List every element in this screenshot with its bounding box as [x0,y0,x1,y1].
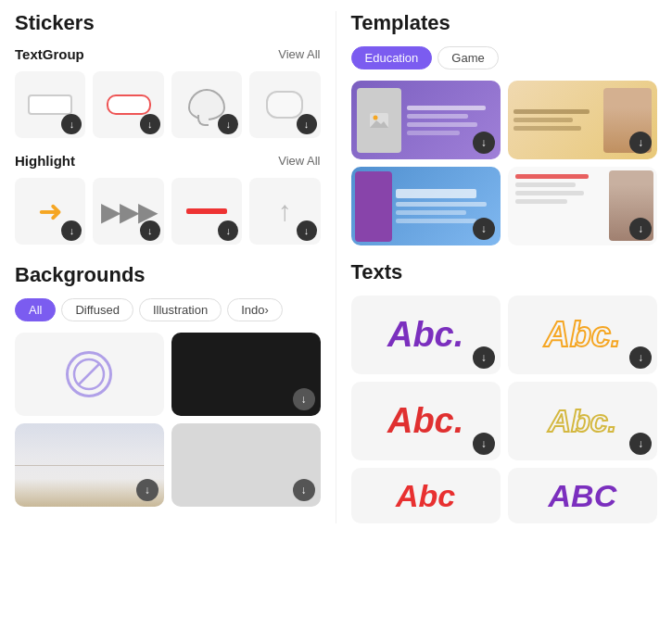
stickers-title: Stickers [15,11,321,35]
speech-bubble-sticker[interactable]: ↓ [171,71,242,138]
template-4[interactable]: ↓ [508,167,657,245]
template-1[interactable]: ↓ [351,81,501,159]
text-red2-abc[interactable]: Abc [351,468,501,523]
wall-line [15,465,164,466]
black-bg[interactable]: ↓ [171,333,321,416]
templates-title: Templates [351,11,658,35]
template-2[interactable]: ↓ [508,81,657,159]
template-2-text [514,109,598,131]
text-line [407,131,460,135]
gray-bg[interactable]: ↓ [171,423,321,507]
highlight-header: Highlight View All [15,153,321,169]
templates-grid: ↓ ↓ [351,81,658,245]
underline-shape [186,208,227,214]
download-button[interactable]: ↓ [629,346,652,369]
rounded-rect-sticker[interactable]: ↓ [93,71,163,138]
download-button[interactable]: ↓ [136,479,158,501]
download-button[interactable]: ↓ [293,479,315,501]
download-button[interactable]: ↓ [140,220,160,241]
no-image-icon [66,351,112,397]
download-button[interactable]: ↓ [629,132,652,154]
download-button[interactable]: ↓ [293,388,315,410]
download-button[interactable]: ↓ [297,220,317,241]
film-sticker[interactable]: ▶▶▶ ↓ [93,178,163,245]
filter-diffused[interactable]: Diffused [61,298,133,321]
filter-all[interactable]: All [15,298,56,321]
text-line [515,174,589,179]
arrow-up-shape: ↑ [278,195,292,227]
underline-sticker[interactable]: ↓ [171,178,242,245]
room-bg[interactable]: ↓ [15,423,164,507]
text-line [515,191,585,195]
text-abc-yellow-label: Abc. [549,403,617,439]
download-button[interactable]: ↓ [473,218,495,240]
arrow-up-sticker[interactable]: ↑ ↓ [249,178,320,245]
text-line [396,210,466,215]
download-button[interactable]: ↓ [61,114,82,134]
arrow-sticker[interactable]: ➜ ↓ [15,178,85,245]
filter-education[interactable]: Education [351,46,433,69]
textgroup-label: TextGroup [15,46,84,62]
text-abc-red-label: Abc. [387,401,463,441]
text-abc-orange-label: Abc. [544,315,620,355]
template-4-content [512,170,605,242]
mountain-icon [370,113,388,128]
rounded-rect2-shape [266,91,303,119]
backgrounds-grid: ↓ ↓ ↓ [15,333,321,507]
text-purple-abc[interactable]: Abc. ↓ [351,296,501,374]
more-icon: › [264,303,268,317]
bubble-shape [188,89,225,120]
backgrounds-filters: All Diffused Illustration Indo› [15,298,321,321]
svg-point-3 [373,115,377,120]
download-button[interactable]: ↓ [61,220,82,241]
download-button[interactable]: ↓ [297,114,317,134]
text-line [514,126,581,131]
text-purple2-abc[interactable]: ABC [508,468,657,523]
text-abc-red2-label: Abc [396,478,455,514]
highlight-view-all[interactable]: View All [278,154,320,168]
text-abc-purple2-label: ABC [549,478,617,514]
text-line [514,109,590,114]
download-button[interactable]: ↓ [473,132,495,154]
rectangle-shape [28,94,72,115]
texts-section: Texts Abc. ↓ Abc. ↓ Abc. ↓ Abc. ↓ [351,260,658,523]
rounded-rect-shape [107,94,151,115]
download-button[interactable]: ↓ [473,346,495,369]
stickers-section: Stickers TextGroup View All ↓ ↓ ↓ [15,11,321,245]
template-1-text [407,106,495,135]
template-3[interactable]: ↓ [351,167,501,245]
backgrounds-title: Backgrounds [15,263,321,287]
text-yellow-outline-abc[interactable]: Abc. ↓ [508,382,657,460]
text-line [407,122,477,127]
download-button[interactable]: ↓ [140,114,160,134]
text-line [407,114,469,119]
text-block [396,189,476,198]
download-button[interactable]: ↓ [629,218,652,240]
no-image-bg[interactable] [15,333,164,416]
left-panel: Stickers TextGroup View All ↓ ↓ ↓ [15,11,336,523]
filter-game[interactable]: Game [437,46,498,69]
download-button[interactable]: ↓ [218,220,238,241]
rectangle-sticker[interactable]: ↓ [15,71,85,138]
arrow-shape: ➜ [38,194,63,229]
filter-indo[interactable]: Indo› [227,298,283,321]
download-button[interactable]: ↓ [218,114,238,134]
template-3-person [355,171,392,242]
rounded-rect2-sticker[interactable]: ↓ [249,71,320,138]
text-line [407,106,487,110]
text-line [515,182,576,187]
download-button[interactable]: ↓ [629,433,652,455]
texts-title: Texts [351,260,658,284]
text-red-abc[interactable]: Abc. ↓ [351,382,501,460]
svg-line-1 [79,364,99,384]
templates-section: Templates Education Game ↓ [351,11,658,245]
filter-illustration[interactable]: Illustration [139,298,222,321]
text-orange-outline-abc[interactable]: Abc. ↓ [508,296,657,374]
backgrounds-section: Backgrounds All Diffused Illustration In… [15,263,321,507]
text-line [396,202,487,207]
text-line [396,219,476,223]
textgroup-view-all[interactable]: View All [278,47,320,61]
download-button[interactable]: ↓ [473,433,495,455]
text-abc-purple-label: Abc. [387,315,463,355]
template-1-image [357,88,401,153]
